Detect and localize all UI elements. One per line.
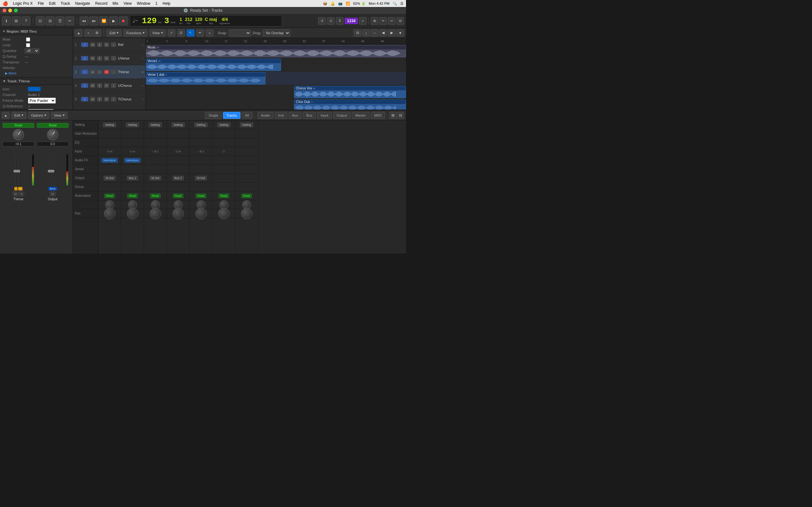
tab-audio[interactable]: Audio bbox=[258, 112, 273, 119]
track-row[interactable]: 1 ⊡ M S R I Ref ○ bbox=[73, 38, 146, 52]
region-collapse-icon[interactable]: ▼ bbox=[3, 30, 5, 33]
key-section[interactable]: C maj key bbox=[205, 17, 217, 25]
tab-tracks[interactable]: Tracks bbox=[223, 112, 241, 119]
mixer-options-btn[interactable]: Options ▾ bbox=[28, 112, 49, 119]
fast-forward-btn[interactable]: ⏭ bbox=[90, 16, 98, 25]
output-btn-2[interactable]: Bus 1 bbox=[127, 176, 138, 180]
track-r-4[interactable]: R bbox=[104, 83, 109, 88]
track-menu[interactable]: Track bbox=[61, 1, 70, 6]
setting-btn-5[interactable]: Setting bbox=[194, 123, 207, 127]
track-m-3[interactable]: M bbox=[90, 70, 95, 74]
track-io-2[interactable]: ⊡ bbox=[81, 56, 88, 60]
output-read-btn[interactable]: Read bbox=[37, 123, 68, 128]
track-lane-4[interactable]: Chorus Vox ∞ document.currentScript.inse… bbox=[146, 85, 406, 99]
auto-btn-4[interactable]: Read bbox=[173, 193, 184, 198]
inspector-btn[interactable]: ℹ bbox=[2, 16, 11, 25]
mixer-view-btn-2[interactable]: ⊟ bbox=[397, 112, 404, 119]
setting-btn-6[interactable]: Setting bbox=[217, 123, 230, 127]
count-in-badge[interactable]: 1234 bbox=[345, 18, 358, 24]
tab-inst[interactable]: Inst bbox=[275, 112, 287, 119]
track-m-4[interactable]: M bbox=[90, 83, 95, 88]
search-menubar-icon[interactable]: 🔍 bbox=[393, 2, 397, 6]
track-row[interactable]: 3 ⊡ M S R I TVerse ● bbox=[73, 65, 146, 79]
pencil-btn[interactable]: ✏ bbox=[196, 30, 204, 37]
setting-btn-1[interactable]: Setting bbox=[103, 123, 116, 127]
track-lane-1[interactable]: Music ∞ document.currentScript.insertAdj… bbox=[146, 44, 406, 58]
track-row[interactable]: 2 ⊡ M S R I UVerse ○ bbox=[73, 52, 146, 65]
tab-bus[interactable]: Bus bbox=[303, 112, 316, 119]
tverse-fader[interactable] bbox=[3, 148, 31, 186]
track-r-3[interactable]: R bbox=[104, 70, 109, 74]
more-button[interactable]: ▶ More bbox=[3, 71, 70, 76]
file-menu[interactable]: File bbox=[38, 1, 44, 6]
track-r-1[interactable]: R bbox=[104, 43, 109, 47]
track-end-3[interactable]: ● bbox=[142, 70, 144, 74]
output-bnce-badge[interactable]: Bnce bbox=[49, 187, 57, 190]
audio-region-verse1dub[interactable]: Verse 1 dub ○ document.currentScript.ins… bbox=[146, 72, 265, 84]
audio-region-music[interactable]: Music ∞ document.currentScript.insertAdj… bbox=[146, 45, 406, 57]
track-icon-preview[interactable] bbox=[28, 87, 41, 91]
tverse-r-badge[interactable]: R bbox=[18, 187, 22, 190]
melodyne-btn-1[interactable]: Melodyne bbox=[101, 158, 118, 163]
track-i-5[interactable]: I bbox=[111, 97, 116, 101]
tverse-fader-thumb[interactable] bbox=[14, 170, 20, 172]
record-btn[interactable]: ⏺ bbox=[119, 16, 128, 25]
track-r-5[interactable]: R bbox=[104, 97, 109, 101]
track-end-4[interactable]: ○ bbox=[142, 83, 144, 88]
track-i-4[interactable]: I bbox=[111, 83, 116, 88]
record-menu[interactable]: Record bbox=[95, 1, 107, 6]
auto-btn-1[interactable]: Read bbox=[104, 193, 115, 198]
mixer-view-btn-1[interactable]: ⊞ bbox=[390, 112, 397, 119]
mixer-btn[interactable]: ⊟ bbox=[46, 16, 55, 25]
quantize-select[interactable]: off 1/4 1/8 1/16 bbox=[25, 49, 39, 53]
output-fader-thumb[interactable] bbox=[48, 170, 54, 172]
output-btn-4[interactable]: Bus 2 bbox=[172, 176, 184, 180]
melodyne-btn-2[interactable]: Melodyne bbox=[124, 158, 141, 163]
flex-select[interactable]: Off Flex Time Flex Pitch bbox=[28, 109, 54, 110]
tab-master[interactable]: Master bbox=[352, 112, 369, 119]
track-m-2[interactable]: M bbox=[90, 56, 95, 60]
nav-up-btn[interactable]: ▲ bbox=[75, 30, 83, 37]
pan-dial-7[interactable] bbox=[241, 208, 252, 219]
mixer-view-btn[interactable]: View ▾ bbox=[51, 112, 67, 119]
midi-btn[interactable]: ⊡ bbox=[36, 16, 45, 25]
track-i-3[interactable]: I bbox=[111, 70, 116, 74]
help-menu[interactable]: Help bbox=[163, 1, 171, 6]
track-m-1[interactable]: M bbox=[90, 43, 95, 47]
track-s-4[interactable]: S bbox=[97, 83, 102, 88]
tab-output[interactable]: Output bbox=[333, 112, 351, 119]
tb-right-5[interactable]: ▶ bbox=[388, 30, 396, 37]
track-lane-3[interactable]: Verse 1 dub ○ document.currentScript.ins… bbox=[146, 72, 406, 85]
pan-dial-2[interactable] bbox=[127, 208, 138, 219]
mixer-edit-btn[interactable]: Edit ▾ bbox=[11, 112, 26, 119]
pan-dial-5[interactable] bbox=[195, 208, 207, 219]
list-btn-4[interactable]: ⊟ bbox=[397, 17, 404, 25]
help-tag-btn[interactable]: ? bbox=[21, 16, 31, 25]
tb-right-1[interactable]: ⊟ bbox=[354, 30, 361, 37]
close-button[interactable] bbox=[3, 9, 6, 12]
output-fader[interactable] bbox=[37, 148, 65, 186]
track-io-1[interactable]: ⊡ bbox=[81, 43, 88, 47]
expand-btn[interactable]: ⤢ bbox=[168, 30, 175, 37]
tverse-knob[interactable] bbox=[13, 129, 24, 140]
mute-checkbox[interactable] bbox=[26, 38, 30, 42]
track-s-1[interactable]: S bbox=[97, 43, 102, 47]
list-btn-2[interactable]: ✏ bbox=[379, 17, 387, 25]
navigate-menu[interactable]: Navigate bbox=[75, 1, 90, 6]
track-lane-5[interactable]: CVox Dub ○ document.currentScript.insert… bbox=[146, 99, 406, 110]
play-btn[interactable]: ▶ bbox=[109, 16, 118, 25]
edit-menu[interactable]: Edit bbox=[49, 1, 55, 6]
list-btn-3[interactable]: ↩ bbox=[388, 17, 396, 25]
app-menu[interactable]: Logic Pro X bbox=[13, 1, 33, 6]
tverse-read-btn[interactable]: Read bbox=[3, 123, 34, 128]
track-s-5[interactable]: S bbox=[97, 97, 102, 101]
tab-aux[interactable]: Aux bbox=[289, 112, 302, 119]
info-btn[interactable]: ☰ bbox=[55, 16, 64, 25]
tverse-mute-btn[interactable]: M bbox=[13, 192, 18, 196]
setting-btn-4[interactable]: Setting bbox=[171, 123, 184, 127]
track-i-2[interactable]: I bbox=[111, 56, 116, 60]
track-end-1[interactable]: ○ bbox=[142, 43, 144, 47]
plus-tool-btn[interactable]: + bbox=[206, 30, 213, 37]
maximize-button[interactable] bbox=[14, 9, 18, 12]
tab-input[interactable]: Input bbox=[317, 112, 332, 119]
